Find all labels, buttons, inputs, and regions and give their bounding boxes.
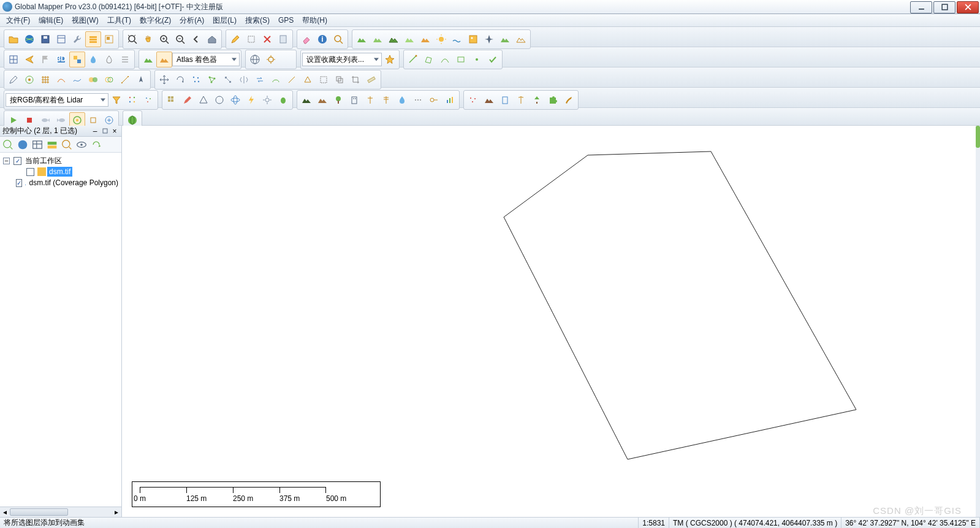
draw-curve-icon[interactable] xyxy=(437,52,453,67)
layer-props-icon[interactable] xyxy=(45,138,59,151)
minimize-button[interactable] xyxy=(910,1,932,13)
network-icon[interactable] xyxy=(204,72,220,88)
terrain-icon[interactable] xyxy=(354,31,370,47)
find-layer-icon[interactable] xyxy=(60,138,74,151)
freehand-icon[interactable] xyxy=(69,72,85,88)
draw-rect-icon[interactable] xyxy=(453,52,469,67)
image-icon[interactable] xyxy=(465,31,481,47)
terrain-grad-icon[interactable] xyxy=(417,31,433,47)
lidar-combo[interactable]: 按RGB/高程着色 Lidar xyxy=(6,93,108,107)
menu-layers[interactable]: 图层(L) xyxy=(209,14,240,27)
maximize-button[interactable] xyxy=(933,1,955,13)
grid-icon[interactable] xyxy=(6,52,21,67)
water-level-icon[interactable] xyxy=(449,31,465,47)
vscroll-thumb[interactable] xyxy=(976,126,980,148)
lines-icon[interactable] xyxy=(117,52,133,67)
menu-digitize[interactable]: 数字化(Z) xyxy=(136,14,175,27)
pencil-icon[interactable] xyxy=(6,72,21,88)
bug-icon[interactable] xyxy=(275,92,291,108)
paste-icon[interactable] xyxy=(275,31,291,47)
draw-point-icon[interactable] xyxy=(469,52,485,67)
circle-icon[interactable] xyxy=(211,92,227,108)
menu-tools[interactable]: 工具(T) xyxy=(104,14,135,27)
drop-icon[interactable] xyxy=(101,52,117,67)
layer-checkbox[interactable]: ✓ xyxy=(16,179,22,187)
arrow-send-icon[interactable] xyxy=(21,52,37,67)
extend-icon[interactable] xyxy=(284,72,300,88)
fish2-icon[interactable] xyxy=(53,112,69,128)
join-icon[interactable] xyxy=(268,72,284,88)
reverse-icon[interactable] xyxy=(252,72,268,88)
pixel-grid-icon[interactable] xyxy=(164,92,180,108)
flag-icon[interactable] xyxy=(37,52,53,67)
chart-icon[interactable] xyxy=(442,92,458,108)
rotate-icon[interactable] xyxy=(172,72,188,88)
ruler2-icon[interactable] xyxy=(363,72,379,88)
find-icon[interactable] xyxy=(330,31,346,47)
terrain3-icon[interactable] xyxy=(386,31,401,47)
puzzle-icon[interactable] xyxy=(545,92,561,108)
grid2-icon[interactable] xyxy=(37,72,53,88)
pan-icon[interactable] xyxy=(140,31,156,47)
measure-icon[interactable] xyxy=(117,72,133,88)
root-checkbox[interactable]: ✓ xyxy=(13,157,21,165)
sun-icon[interactable] xyxy=(433,31,449,47)
crop-icon[interactable] xyxy=(348,72,363,88)
draw-line-icon[interactable] xyxy=(405,52,421,67)
menu-analysis[interactable]: 分析(A) xyxy=(176,14,208,27)
shader-combo[interactable]: Atlas 着色器 xyxy=(172,53,240,66)
tower-icon[interactable] xyxy=(362,92,378,108)
menu-gps[interactable]: GPS xyxy=(275,15,297,26)
panel-hscroll[interactable]: ◂ ▸ xyxy=(0,507,121,517)
delete-icon[interactable] xyxy=(259,31,275,47)
favorites-combo[interactable]: 设置收藏夹列表... xyxy=(302,53,382,66)
zoom-extents-icon[interactable] xyxy=(124,31,140,47)
dots-icon[interactable] xyxy=(410,92,426,108)
zoom-in-icon[interactable] xyxy=(156,31,172,47)
tree-row[interactable]: ✓ dsm.tif (Coverage Polygon) xyxy=(1,177,120,188)
atlas-shader-icon[interactable] xyxy=(156,52,172,67)
wrench-icon[interactable] xyxy=(69,31,85,47)
intersect-icon[interactable] xyxy=(101,72,117,88)
move-icon[interactable] xyxy=(156,72,172,88)
red-dots-icon[interactable] xyxy=(465,92,481,108)
eye-icon[interactable] xyxy=(75,138,88,151)
copy-icon[interactable] xyxy=(332,72,348,88)
tree-row[interactable]: dsm.tif xyxy=(1,166,120,177)
draw-check-icon[interactable] xyxy=(485,52,501,67)
panel-dash-icon[interactable]: – xyxy=(91,127,99,136)
brush-icon[interactable] xyxy=(561,92,577,108)
panel-close-icon[interactable]: × xyxy=(110,127,119,136)
menu-edit[interactable]: 编辑(E) xyxy=(35,14,67,27)
target-icon[interactable] xyxy=(21,72,37,88)
pixel-icon[interactable] xyxy=(69,52,85,67)
panel-restore-icon[interactable] xyxy=(101,127,109,136)
overview-icon[interactable] xyxy=(101,31,117,47)
menu-view[interactable]: 视图(W) xyxy=(68,14,102,27)
menu-help[interactable]: 帮助(H) xyxy=(298,14,331,27)
edit-icon[interactable] xyxy=(227,31,243,47)
collapse-icon[interactable]: – xyxy=(3,158,10,164)
zoom-layer-icon[interactable] xyxy=(1,138,15,151)
tree-root[interactable]: – ✓ 当前工作区 xyxy=(1,155,120,166)
terrain-dark-icon[interactable] xyxy=(298,92,314,108)
refresh-layer-icon[interactable] xyxy=(89,138,103,151)
terrain2-icon[interactable] xyxy=(370,31,386,47)
sun2-icon[interactable] xyxy=(263,52,279,67)
globe-icon[interactable] xyxy=(21,31,37,47)
table-icon[interactable] xyxy=(31,138,44,151)
palette-icon[interactable] xyxy=(124,92,140,108)
fish-icon[interactable] xyxy=(37,112,53,128)
hill-icon[interactable] xyxy=(481,92,497,108)
tree2-icon[interactable] xyxy=(529,92,545,108)
pencil2-icon[interactable] xyxy=(180,92,196,108)
pole-icon[interactable] xyxy=(378,92,394,108)
zoom-out-icon[interactable] xyxy=(172,31,188,47)
save-icon[interactable] xyxy=(37,31,53,47)
compass-icon[interactable] xyxy=(133,72,149,88)
home-icon[interactable] xyxy=(204,31,220,47)
atom-icon[interactable] xyxy=(227,92,243,108)
points2-icon[interactable] xyxy=(140,92,156,108)
key-icon[interactable] xyxy=(426,92,442,108)
globe-grid-icon[interactable] xyxy=(247,52,263,67)
